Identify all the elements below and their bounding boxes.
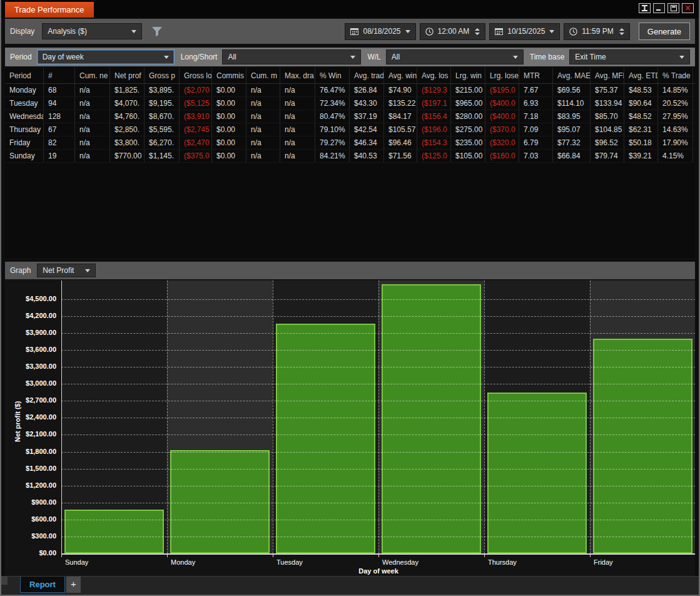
vertical-gridline — [167, 280, 168, 553]
table-row[interactable]: Thursday67n/a$2,850.$5,595.($2,745$0.00n… — [5, 123, 695, 136]
table-cell: ($5,125 — [180, 97, 212, 110]
column-header[interactable]: % Trade — [658, 68, 693, 83]
end-date-picker[interactable]: 10/15/2025 — [489, 23, 560, 40]
table-cell: $90.64 — [624, 97, 658, 110]
column-header[interactable]: Max. dra — [280, 68, 315, 83]
table-cell: ($375.0 — [180, 150, 212, 162]
y-axis-tick-label: $300.00 — [8, 532, 56, 540]
column-header[interactable]: Net prof — [110, 68, 145, 83]
table-cell: $280.00 — [451, 110, 485, 123]
display-dropdown[interactable]: Analysis ($) — [42, 23, 142, 39]
time-spinner[interactable] — [619, 28, 624, 35]
column-header[interactable]: Lrg. lose — [485, 68, 519, 83]
table-cell: $50.18 — [624, 136, 658, 149]
column-header[interactable]: # — [44, 68, 75, 83]
chevron-down-icon — [350, 56, 355, 59]
table-cell: 76.47% — [315, 84, 350, 96]
plus-icon: + — [71, 578, 76, 589]
column-header[interactable]: MTR — [519, 68, 553, 83]
table-row[interactable]: Friday82n/a$3,800.$6,270.($2,470$0.00n/a… — [5, 136, 695, 150]
column-header[interactable]: % Win — [315, 68, 350, 83]
y-axis-tick-label: $3,000.00 — [8, 379, 56, 387]
table-cell: n/a — [246, 123, 280, 136]
performance-table: Period#Cum. neNet profGross pGross loCom… — [5, 68, 695, 258]
window-title-tab[interactable]: Trade Performance — [5, 2, 94, 18]
column-header[interactable]: Avg. los — [417, 68, 451, 83]
start-date-picker[interactable]: 08/18/2025 — [345, 23, 415, 40]
maximize-button[interactable] — [667, 3, 679, 13]
graph-metric-dropdown[interactable]: Net Profit — [37, 264, 96, 277]
y-axis-tick-label: $1,200.00 — [8, 481, 56, 489]
table-cell: $8,670. — [145, 110, 180, 123]
horizontal-gridline — [61, 503, 695, 503]
end-time-picker[interactable]: 11:59 PM — [564, 23, 629, 40]
column-header[interactable]: Avg. MFE — [591, 68, 624, 83]
close-button[interactable]: ✕ — [682, 3, 694, 13]
table-cell: $48.53 — [624, 84, 658, 96]
chevron-down-icon — [131, 30, 136, 33]
window-controls: ✕ — [639, 3, 694, 13]
start-time-picker[interactable]: 12:00 AM — [420, 23, 486, 40]
column-header[interactable]: Avg. win — [384, 68, 417, 83]
column-header[interactable]: Avg. MAE — [553, 68, 591, 83]
horizontal-gridline — [61, 418, 695, 418]
start-time-value: 12:00 AM — [438, 27, 470, 36]
table-cell: ($125.0 — [417, 150, 451, 162]
longshort-value: All — [228, 53, 345, 61]
column-header[interactable]: Lrg. win — [451, 68, 485, 83]
pin-button[interactable] — [639, 3, 651, 13]
horizontal-gridline — [61, 401, 695, 401]
column-header[interactable]: Avg. trad — [350, 68, 384, 83]
horizontal-gridline — [61, 486, 695, 486]
wl-dropdown[interactable]: All — [386, 49, 524, 64]
tab-report[interactable]: Report — [20, 577, 65, 593]
column-header[interactable]: Gross lo — [180, 68, 212, 83]
table-cell: 79.27% — [315, 136, 350, 149]
minimize-icon — [656, 5, 662, 11]
table-cell: 80.47% — [315, 110, 350, 123]
horizontal-gridline — [61, 469, 695, 470]
filter-funnel-icon[interactable] — [152, 27, 162, 36]
period-dropdown[interactable]: Day of week — [37, 49, 175, 64]
add-tab-button[interactable]: + — [66, 577, 81, 593]
minimize-button[interactable] — [653, 3, 665, 13]
bar-wednesday — [382, 284, 481, 553]
tab-report-label: Report — [29, 580, 56, 589]
timebase-dropdown[interactable]: Exit Time — [569, 49, 690, 64]
table-row[interactable]: Monday68n/a$1,825.$3,895.($2,070$0.00n/a… — [5, 84, 695, 97]
table-cell: n/a — [280, 150, 315, 162]
calendar-icon — [350, 28, 358, 35]
table-cell: $42.54 — [350, 123, 384, 136]
net-profit-chart: $0.00$300.00$600.00$900.00$1,200.00$1,50… — [5, 279, 695, 576]
longshort-label: Long/Short — [181, 53, 218, 61]
table-cell: n/a — [280, 110, 315, 123]
column-header[interactable]: Gross p — [145, 68, 180, 83]
start-date-value: 08/18/2025 — [363, 27, 400, 36]
time-spinner[interactable] — [475, 28, 480, 35]
table-cell: $0.00 — [212, 150, 246, 162]
column-header[interactable]: Cum. ne — [75, 68, 110, 83]
table-cell: $96.52 — [591, 136, 624, 149]
horizontal-gridline — [61, 384, 695, 384]
table-cell: Wednesday — [5, 110, 44, 123]
table-cell: $2,850. — [110, 123, 145, 136]
maximize-icon — [671, 5, 677, 11]
x-axis-tick-label: Monday — [171, 558, 195, 566]
x-axis-tick-label: Friday — [594, 558, 613, 566]
table-row[interactable]: Wednesday128n/a$4,760.$8,670.($3,910$0.0… — [5, 110, 695, 123]
column-header[interactable]: Commis — [212, 68, 246, 83]
generate-button[interactable]: Generate — [639, 23, 690, 40]
column-header[interactable]: Cum. m — [246, 68, 280, 83]
table-header-row: Period#Cum. neNet profGross pGross loCom… — [5, 68, 695, 84]
longshort-dropdown[interactable]: All — [222, 49, 361, 64]
table-row[interactable]: Sunday19n/a$770.00$1,145.($375.0$0.00n/a… — [5, 150, 695, 163]
y-axis-tick-label: $4,500.00 — [8, 295, 56, 302]
table-cell: n/a — [280, 136, 315, 149]
column-header[interactable]: Avg. ETD — [624, 68, 658, 83]
column-header[interactable]: Period — [5, 68, 44, 83]
y-axis-tick-label: $1,500.00 — [8, 465, 56, 472]
horizontal-gridline — [61, 520, 695, 520]
table-row[interactable]: Tuesday94n/a$4,070.$9,195.($5,125$0.00n/… — [5, 97, 695, 110]
table-cell: $6,270. — [145, 136, 180, 149]
table-cell: $0.00 — [212, 84, 246, 96]
